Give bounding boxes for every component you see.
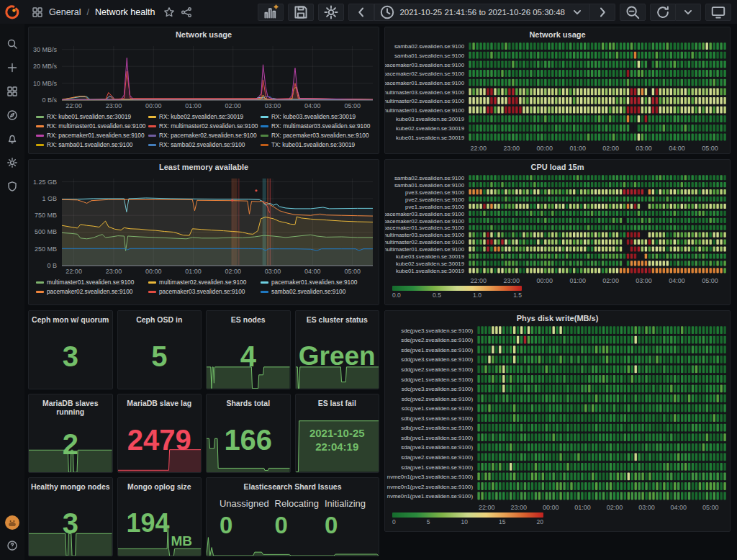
tv-mode-button[interactable] xyxy=(705,4,731,21)
legend-label: pacemaker03.svealiden.se:9100 xyxy=(159,288,245,295)
server-admin-icon[interactable] xyxy=(6,181,18,192)
caret-down-icon xyxy=(569,4,585,20)
svg-text:pacemaker02.svealiden.se:9100: pacemaker02.svealiden.se:9100 xyxy=(385,71,465,77)
stat-title[interactable]: MariaDB slave lag xyxy=(127,399,191,407)
svg-text:01:00: 01:00 xyxy=(185,268,202,275)
shard-label: Initializing xyxy=(325,498,366,509)
panel-least-memory: Least memory available 0 B250 MB500 MB75… xyxy=(28,159,379,305)
stat-title[interactable]: ES last fail xyxy=(318,399,356,407)
zoom-out-time-button[interactable] xyxy=(620,4,646,21)
svg-text:23:00: 23:00 xyxy=(106,102,122,109)
svg-text:04:00: 04:00 xyxy=(304,268,321,275)
scale-tick: 0.0 xyxy=(392,292,401,299)
breadcrumb-section[interactable]: General xyxy=(49,7,81,17)
svg-text:pacemaker03.svealiden.se:9100: pacemaker03.svealiden.se:9100 xyxy=(385,211,465,217)
legend-item[interactable]: RX: pacemaker03.svealiden.se:9100 xyxy=(261,131,373,140)
stat-title[interactable]: Ceph mon w/ quorum xyxy=(32,315,109,324)
stat-title[interactable]: Healthy mongo nodes xyxy=(31,482,110,491)
breadcrumb-separator: / xyxy=(86,7,89,17)
svg-text:22:00: 22:00 xyxy=(471,145,487,152)
panel-title[interactable]: Network usage xyxy=(385,27,730,42)
panel-title[interactable]: Least memory available xyxy=(29,160,379,174)
svg-text:04:00: 04:00 xyxy=(669,145,685,152)
panel-title[interactable]: CPU load 15m xyxy=(385,160,730,174)
svg-text:pacemaker03.svealiden.se:9100: pacemaker03.svealiden.se:9100 xyxy=(385,62,465,68)
add-panel-button[interactable] xyxy=(258,4,284,21)
dashboards-icon[interactable] xyxy=(6,86,18,97)
legend-label: RX: pacemaker01.svealiden.se:9100 xyxy=(47,132,145,139)
network-usage-statusmap[interactable]: samba02.svealiden.se:9100samba01.svealid… xyxy=(385,42,730,152)
stat-title[interactable]: Elasticsearch Shard Issues xyxy=(244,482,342,491)
legend-item[interactable]: TX: kube01.svealiden.se:30019 xyxy=(261,140,373,149)
create-icon[interactable] xyxy=(6,62,18,73)
stat-title[interactable]: ES cluster status xyxy=(307,315,368,324)
legend-item[interactable]: multimaster01.svealiden.se:9100 xyxy=(36,278,148,286)
svg-text:multimaster01.svealiden.se:910: multimaster01.svealiden.se:9100 xyxy=(385,246,465,253)
legend-item[interactable]: RX: pacemaker02.svealiden.se:9100 xyxy=(148,131,261,140)
user-avatar[interactable] xyxy=(4,515,20,530)
time-range-text: 2021-10-25 21:41:56 to 2021-10-26 05:30:… xyxy=(399,8,565,17)
time-shift-forward-button[interactable] xyxy=(590,4,615,21)
alerting-icon[interactable] xyxy=(6,133,18,145)
legend-swatch xyxy=(261,144,268,146)
time-shift-back-button[interactable] xyxy=(348,4,374,21)
legend-item[interactable]: RX: multimaster03.svealiden.se:9100 xyxy=(261,122,373,130)
svg-text:500 MB: 500 MB xyxy=(35,228,57,235)
legend-item[interactable]: RX: samba01.svealiden.se:9100 xyxy=(36,140,148,149)
save-dashboard-button[interactable] xyxy=(288,4,314,21)
share-icon[interactable] xyxy=(181,6,192,18)
refresh-button[interactable] xyxy=(650,4,676,21)
dashboard-settings-button[interactable] xyxy=(318,4,344,21)
star-icon[interactable] xyxy=(163,6,175,18)
legend-item[interactable]: multimaster02.svealiden.se:9100 xyxy=(148,278,261,286)
refresh-interval-button[interactable] xyxy=(676,4,701,21)
explore-icon[interactable] xyxy=(6,109,18,121)
panel-title[interactable]: Phys disk write(MB/s) xyxy=(385,311,730,325)
stat-title[interactable]: MariaDB slaves running xyxy=(29,399,112,416)
stat-title[interactable]: Shards total xyxy=(226,399,270,407)
least-memory-chart[interactable]: 0 B250 MB500 MB750 MB1 GB1.25 GB22:0023:… xyxy=(29,174,379,276)
stat-title[interactable]: Ceph OSD in xyxy=(136,315,182,324)
legend-item[interactable]: RX: multimaster01.svealiden.se:9100 xyxy=(36,122,148,130)
legend-swatch xyxy=(261,291,268,293)
legend-item[interactable]: RX: multimaster02.svealiden.se:9100 xyxy=(148,122,261,130)
stat-ceph-osd: Ceph OSD in 5 xyxy=(117,310,202,389)
legend-item[interactable]: TX: kube03.svealiden.se:30019 xyxy=(148,150,261,150)
stat-value: 2021-10-25 22:04:19 xyxy=(309,407,365,472)
stat-title[interactable]: Mongo oplog size xyxy=(127,482,191,491)
legend-item[interactable]: RX: samba02.svealiden.se:9100 xyxy=(148,140,261,149)
svg-text:0 B: 0 B xyxy=(47,262,57,269)
legend-item[interactable]: pacemaker01.svealiden.se:9100 xyxy=(261,278,373,286)
svg-text:multimaster01.svealiden.se:910: multimaster01.svealiden.se:9100 xyxy=(385,107,465,114)
svg-text:sdc(pve2.svealiden.se:9100): sdc(pve2.svealiden.se:9100) xyxy=(402,396,474,402)
legend-item[interactable]: RX: kube01.svealiden.se:30019 xyxy=(36,112,148,121)
svg-text:kube01.svealiden.se:30019: kube01.svealiden.se:30019 xyxy=(396,135,464,141)
time-range-picker[interactable]: 2021-10-25 21:41:56 to 2021-10-26 05:30:… xyxy=(374,4,590,21)
panel-title[interactable]: Network usage xyxy=(29,27,379,42)
legend-item[interactable]: RX: kube02.svealiden.se:30019 xyxy=(148,112,261,121)
legend-item[interactable]: samba02.svealiden.se:9100 xyxy=(261,287,373,296)
network-usage-chart[interactable]: 0 B/s10 MB/s20 MB/s30 MB/s22:0023:0000:0… xyxy=(29,42,379,111)
svg-text:sdb(pve2.svealiden.se:9100): sdb(pve2.svealiden.se:9100) xyxy=(401,425,473,431)
configuration-icon[interactable] xyxy=(6,157,18,168)
panel-network-usage-heatmap: Network usage samba02.svealiden.se:9100s… xyxy=(384,27,731,154)
disk-write-statusmap[interactable]: sde(pve3.svealiden.se:9100)sde(pve2.svea… xyxy=(385,325,730,511)
grafana-logo[interactable] xyxy=(0,0,24,24)
help-icon[interactable] xyxy=(6,540,18,551)
legend-item[interactable]: RX: pacemaker01.svealiden.se:9100 xyxy=(36,131,148,140)
stat-title[interactable]: ES nodes xyxy=(231,315,266,324)
svg-text:kube01.svealiden.se:30019: kube01.svealiden.se:30019 xyxy=(396,268,464,274)
svg-text:sdb(pve1.svealiden.se:9100): sdb(pve1.svealiden.se:9100) xyxy=(401,435,473,441)
legend-item[interactable]: TX: multimaster01.svealiden.se:9100 xyxy=(261,150,373,150)
svg-text:01:00: 01:00 xyxy=(185,102,202,109)
search-icon[interactable] xyxy=(6,38,18,50)
grafana-logo-icon xyxy=(4,4,20,20)
disk-color-scale-bar xyxy=(392,512,543,518)
cpu-load-statusmap[interactable]: samba02.svealiden.se:9100samba01.svealid… xyxy=(385,174,730,284)
legend-item[interactable]: pacemaker03.svealiden.se:9100 xyxy=(148,287,261,296)
legend-item[interactable]: RX: kube03.svealiden.se:30019 xyxy=(261,112,373,121)
breadcrumb-page[interactable]: Network health xyxy=(95,7,155,17)
legend-item[interactable]: TX: kube02.svealiden.se:30019 xyxy=(36,150,148,150)
legend-label: RX: samba01.svealiden.se:9100 xyxy=(47,141,132,148)
legend-item[interactable]: pacemaker02.svealiden.se:9100 xyxy=(36,287,148,296)
